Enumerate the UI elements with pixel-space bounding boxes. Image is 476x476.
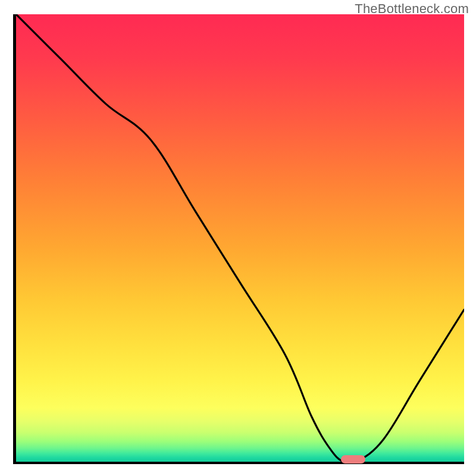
bottleneck-curve [16,14,464,462]
plot-area [16,14,464,462]
chart-frame: TheBottleneck.com [0,0,476,476]
optimal-range-marker [341,455,365,464]
